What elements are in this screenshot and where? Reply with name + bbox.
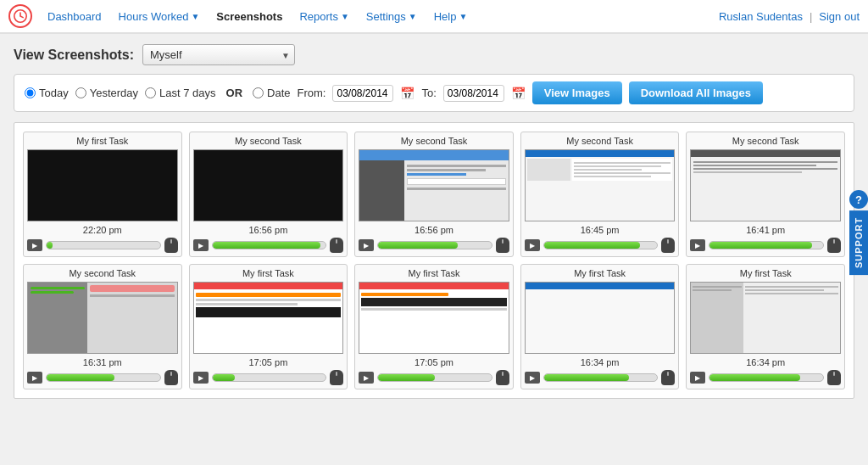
play-icon[interactable]: ▶ — [27, 372, 42, 384]
user-select[interactable]: Myself — [142, 44, 295, 65]
from-date-input[interactable] — [332, 85, 393, 102]
screenshot-card[interactable]: My second Task 16:56 pm ▶ — [354, 132, 514, 257]
user-select-wrapper: Myself — [142, 44, 295, 65]
task-name: My first Task — [193, 268, 344, 278]
page-title: View Screenshots: — [14, 48, 134, 63]
from-calendar-icon[interactable]: 📅 — [400, 87, 415, 100]
mouse-icon — [330, 370, 343, 385]
screenshot-thumb[interactable] — [359, 282, 509, 354]
screenshot-card[interactable]: My first Task 22:20 pm ▶ — [23, 132, 182, 257]
nav-settings[interactable]: Settings ▼ — [358, 0, 426, 33]
screenshot-thumb[interactable] — [193, 282, 344, 354]
nav-reports[interactable]: Reports ▼ — [291, 0, 357, 33]
play-icon[interactable]: ▶ — [193, 239, 209, 251]
screenshot-thumb[interactable] — [27, 149, 178, 221]
today-label: Today — [39, 87, 69, 99]
screenshot-controls: ▶ — [193, 238, 344, 253]
support-tab-wrapper: ? SUPPORT — [849, 190, 868, 275]
progress-bar — [543, 373, 659, 382]
mouse-icon — [496, 238, 509, 253]
today-radio[interactable] — [25, 87, 36, 98]
screenshot-card[interactable]: My second Task 16:56 pm ▶ — [189, 132, 348, 257]
screenshot-controls: ▶ — [525, 238, 676, 253]
last7-radio[interactable] — [145, 87, 156, 98]
screenshots-container: My first Task 22:20 pm ▶ My second Task … — [14, 122, 854, 399]
yesterday-label: Yesterday — [90, 87, 138, 99]
mouse-icon — [661, 370, 675, 385]
progress-bar — [212, 373, 327, 382]
mouse-icon — [827, 238, 841, 253]
play-icon[interactable]: ▶ — [525, 239, 540, 251]
download-all-button[interactable]: Download All Images — [629, 81, 763, 104]
screenshot-thumb[interactable] — [525, 282, 676, 354]
play-icon[interactable]: ▶ — [690, 372, 705, 384]
screenshot-thumb[interactable] — [690, 282, 841, 354]
screenshot-controls: ▶ — [359, 370, 509, 385]
task-name: My first Task — [359, 268, 509, 278]
play-icon[interactable]: ▶ — [193, 372, 209, 384]
support-tab[interactable]: SUPPORT — [849, 210, 868, 275]
screenshots-grid: My first Task 22:20 pm ▶ My second Task … — [23, 132, 845, 389]
screenshot-controls: ▶ — [27, 370, 178, 385]
nav-hours-worked[interactable]: Hours Worked ▼ — [110, 0, 209, 33]
mouse-icon — [827, 370, 841, 385]
to-calendar-icon[interactable]: 📅 — [511, 87, 526, 100]
screenshot-card[interactable]: My second Task 16:45 pm ▶ — [520, 132, 680, 257]
support-question-icon[interactable]: ? — [849, 190, 868, 209]
task-name: My first Task — [27, 136, 178, 146]
filter-bar: Today Yesterday Last 7 days OR Date From… — [14, 74, 854, 112]
view-header: View Screenshots: Myself — [14, 44, 854, 65]
screenshot-time: 16:56 pm — [248, 225, 287, 235]
progress-fill — [544, 374, 629, 381]
nav-signout[interactable]: Sign out — [819, 10, 860, 23]
nav-screenshots[interactable]: Screenshots — [208, 0, 291, 33]
progress-fill — [378, 242, 458, 249]
view-images-button[interactable]: View Images — [532, 81, 622, 104]
progress-fill — [709, 242, 811, 249]
app-logo — [8, 4, 32, 28]
to-date-input[interactable] — [443, 85, 504, 102]
screenshot-time: 16:41 pm — [746, 225, 785, 235]
screenshot-card[interactable]: My first Task 17:05 pm ▶ — [189, 264, 348, 389]
progress-bar — [377, 373, 492, 382]
today-radio-group: Today — [25, 87, 69, 99]
screenshot-time: 22:20 pm — [83, 225, 122, 235]
screenshot-time: 16:45 pm — [581, 225, 620, 235]
or-text: OR — [226, 87, 243, 99]
progress-fill — [47, 374, 114, 381]
task-name: My second Task — [359, 136, 509, 146]
nav-dashboard[interactable]: Dashboard — [39, 0, 110, 33]
play-icon[interactable]: ▶ — [359, 239, 374, 251]
screenshot-card[interactable]: My second Task 16:31 pm ▶ — [23, 264, 182, 389]
yesterday-radio[interactable] — [75, 87, 86, 98]
progress-fill — [213, 374, 236, 381]
play-icon[interactable]: ▶ — [525, 372, 540, 384]
screenshot-card[interactable]: My first Task 16:34 pm ▶ — [520, 264, 680, 389]
progress-bar — [212, 241, 327, 249]
screenshot-controls: ▶ — [690, 238, 841, 253]
mouse-icon — [661, 238, 675, 253]
yesterday-radio-group: Yesterday — [75, 87, 138, 99]
progress-fill — [47, 242, 53, 249]
nav-help[interactable]: Help ▼ — [426, 0, 476, 33]
from-label: From: — [298, 87, 326, 99]
play-icon[interactable]: ▶ — [359, 372, 374, 384]
screenshot-card[interactable]: My second Task 16:41 pm ▶ — [686, 132, 845, 257]
screenshot-thumb[interactable] — [27, 282, 178, 354]
screenshot-thumb[interactable] — [525, 149, 676, 221]
date-radio[interactable] — [253, 87, 264, 98]
play-icon[interactable]: ▶ — [27, 239, 42, 251]
screenshot-thumb[interactable] — [193, 149, 344, 221]
task-name: My first Task — [690, 268, 841, 278]
task-name: My second Task — [27, 268, 178, 278]
screenshot-card[interactable]: My first Task 17:05 pm ▶ — [354, 264, 514, 389]
play-icon[interactable]: ▶ — [690, 239, 705, 251]
screenshot-controls: ▶ — [525, 370, 676, 385]
screenshot-card[interactable]: My first Task 16:34 pm ▶ — [686, 264, 845, 389]
progress-fill — [709, 374, 800, 381]
screenshot-thumb[interactable] — [690, 149, 841, 221]
help-caret: ▼ — [459, 12, 467, 21]
nav-right: Ruslan Sudentas | Sign out — [719, 10, 860, 23]
screenshot-thumb[interactable] — [359, 149, 509, 221]
task-name: My second Task — [690, 136, 841, 146]
